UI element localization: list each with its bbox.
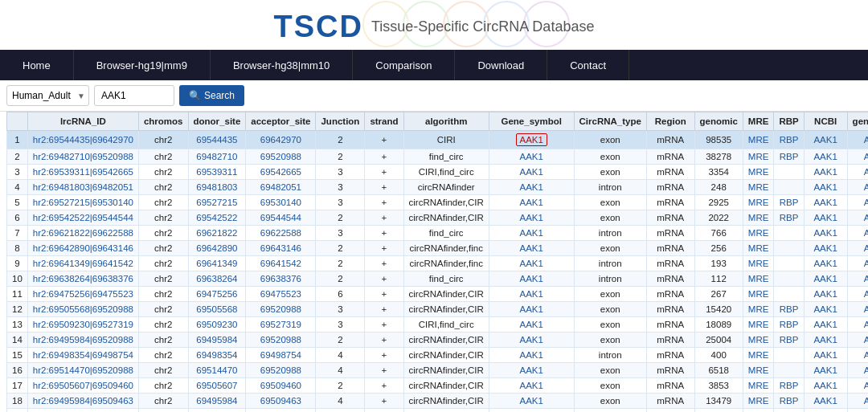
cell-genecards[interactable]: AAK1 (847, 378, 868, 394)
cell-ncbi[interactable]: AAK1 (804, 195, 847, 210)
cell-genecards[interactable]: AAK1 (847, 256, 868, 271)
cell-acceptor[interactable]: 69544544 (246, 210, 316, 226)
cell-ncbi[interactable]: AAK1 (804, 149, 847, 165)
cell-donor[interactable]: 69509230 (188, 317, 246, 332)
cell-acceptor[interactable]: 69475523 (246, 287, 316, 302)
cell-id[interactable]: hr2:69542522|69544544 (27, 210, 138, 226)
cell-mre[interactable]: MRE (743, 332, 774, 348)
cell-acceptor[interactable]: 69542665 (246, 165, 316, 180)
cell-id[interactable]: hr2:69495984|69509463 (27, 394, 138, 409)
cell-rbp[interactable]: RBP (774, 317, 804, 332)
cell-genecards[interactable]: AAK1 (847, 241, 868, 256)
cell-donor[interactable]: 69527215 (188, 195, 246, 210)
cell-gene[interactable]: AAK1 (489, 131, 574, 149)
cell-acceptor[interactable]: 69622588 (246, 226, 316, 241)
cell-ncbi[interactable]: AAK1 (804, 131, 847, 149)
cell-donor[interactable]: 69638264 (188, 271, 246, 287)
cell-gene[interactable]: AAK1 (489, 348, 574, 363)
cell-acceptor[interactable]: 69520988 (246, 332, 316, 348)
table-row[interactable]: 8hr2:69642890|69643146chr269642890696431… (7, 241, 869, 256)
table-row[interactable]: 5hr2:69527215|69530140chr269527215695301… (7, 195, 869, 210)
cell-ncbi[interactable]: AAK1,R (804, 409, 847, 413)
cell-gene[interactable]: AAK1 (489, 317, 574, 332)
search-input[interactable] (94, 85, 174, 106)
cell-mre[interactable]: MRE (743, 241, 774, 256)
nav-home[interactable]: Home (0, 50, 74, 80)
cell-mre[interactable]: MRE (743, 409, 774, 413)
cell-id[interactable]: hr2:69539311|69542665 (27, 165, 138, 180)
cell-genecards[interactable]: AAK1 (847, 409, 868, 413)
cell-acceptor[interactable]: 69509460 (246, 378, 316, 394)
table-row[interactable]: 4hr2:69481803|69482051chr269481803694820… (7, 180, 869, 195)
table-row[interactable]: 19hr2:69458068|69459526chr26945806869459… (7, 409, 869, 413)
cell-rbp[interactable] (774, 165, 804, 180)
table-row[interactable]: 16hr2:69514470|69520988chr26951447069520… (7, 363, 869, 378)
cell-mre[interactable]: MRE (743, 378, 774, 394)
cell-rbp[interactable]: RBP (774, 149, 804, 165)
cell-donor[interactable]: 69542522 (188, 210, 246, 226)
cell-ncbi[interactable]: AAK1 (804, 256, 847, 271)
cell-donor[interactable]: 69642890 (188, 241, 246, 256)
table-row[interactable]: 7hr2:69621822|69622588chr269621822696225… (7, 226, 869, 241)
cell-acceptor[interactable]: 69520988 (246, 363, 316, 378)
cell-id[interactable]: hr2:69482710|69520988 (27, 149, 138, 165)
cell-genecards[interactable]: AAK1 (847, 131, 868, 149)
table-row[interactable]: 1hr2:69544435|69642970chr269544435696429… (7, 131, 869, 149)
cell-mre[interactable]: MRE (743, 302, 774, 317)
cell-gene[interactable]: AAK1 (489, 210, 574, 226)
table-row[interactable]: 11hr2:69475256|69475523chr26947525669475… (7, 287, 869, 302)
cell-mre[interactable]: MRE (743, 394, 774, 409)
cell-ncbi[interactable]: AAK1 (804, 378, 847, 394)
cell-genecards[interactable]: AAK1 (847, 394, 868, 409)
cell-genecards[interactable]: AAK1 (847, 317, 868, 332)
cell-gene[interactable]: AAK1 (489, 332, 574, 348)
cell-rbp[interactable]: RBP (774, 302, 804, 317)
table-row[interactable]: 17hr2:69505607|69509460chr26950560769509… (7, 378, 869, 394)
cell-rbp[interactable]: RBP (774, 210, 804, 226)
cell-acceptor[interactable]: 69638376 (246, 271, 316, 287)
cell-id[interactable]: hr2:69642890|69643146 (27, 241, 138, 256)
cell-mre[interactable]: MRE (743, 180, 774, 195)
table-row[interactable]: 10hr2:69638264|69638376chr26963826469638… (7, 271, 869, 287)
cell-id[interactable]: hr2:69514470|69520988 (27, 363, 138, 378)
cell-id[interactable]: hr2:69638264|69638376 (27, 271, 138, 287)
organism-select[interactable]: Human_Adult Human_Fetal Mouse_Adult Mous… (6, 85, 89, 106)
cell-ncbi[interactable]: AAK1 (804, 165, 847, 180)
cell-mre[interactable]: MRE (743, 287, 774, 302)
cell-ncbi[interactable]: AAK1 (804, 363, 847, 378)
cell-genecards[interactable]: AAK1 (847, 149, 868, 165)
cell-acceptor[interactable]: 69641542 (246, 256, 316, 271)
cell-rbp[interactable]: RBP (774, 409, 804, 413)
cell-gene[interactable]: AAK1 (489, 195, 574, 210)
cell-ncbi[interactable]: AAK1 (804, 302, 847, 317)
cell-acceptor[interactable]: 69459526 (246, 409, 316, 413)
cell-genecards[interactable]: AAK1 (847, 165, 868, 180)
cell-gene[interactable]: AAK1 (489, 241, 574, 256)
cell-gene[interactable]: AAK1,RP11-427H (489, 409, 574, 413)
table-row[interactable]: 12hr2:69505568|69520988chr26950556869520… (7, 302, 869, 317)
cell-donor[interactable]: 69641349 (188, 256, 246, 271)
cell-donor[interactable]: 69514470 (188, 363, 246, 378)
cell-mre[interactable]: MRE (743, 317, 774, 332)
cell-gene[interactable]: AAK1 (489, 149, 574, 165)
cell-genecards[interactable]: AAK1 (847, 226, 868, 241)
cell-acceptor[interactable]: 69530140 (246, 195, 316, 210)
cell-mre[interactable]: MRE (743, 256, 774, 271)
cell-donor[interactable]: 69544435 (188, 131, 246, 149)
cell-genecards[interactable]: AAK1 (847, 210, 868, 226)
cell-genecards[interactable]: AAK1 (847, 302, 868, 317)
cell-mre[interactable]: MRE (743, 363, 774, 378)
cell-ncbi[interactable]: AAK1 (804, 348, 847, 363)
cell-gene[interactable]: AAK1 (489, 287, 574, 302)
cell-gene[interactable]: AAK1 (489, 271, 574, 287)
nav-browser-hg19[interactable]: Browser-hg19|mm9 (74, 50, 211, 80)
nav-download[interactable]: Download (455, 50, 547, 80)
cell-gene[interactable]: AAK1 (489, 256, 574, 271)
cell-ncbi[interactable]: AAK1 (804, 332, 847, 348)
cell-genecards[interactable]: AAK1 (847, 348, 868, 363)
cell-genecards[interactable]: AAK1 (847, 363, 868, 378)
cell-gene[interactable]: AAK1 (489, 180, 574, 195)
cell-gene[interactable]: AAK1 (489, 363, 574, 378)
cell-mre[interactable]: MRE (743, 271, 774, 287)
cell-ncbi[interactable]: AAK1 (804, 394, 847, 409)
